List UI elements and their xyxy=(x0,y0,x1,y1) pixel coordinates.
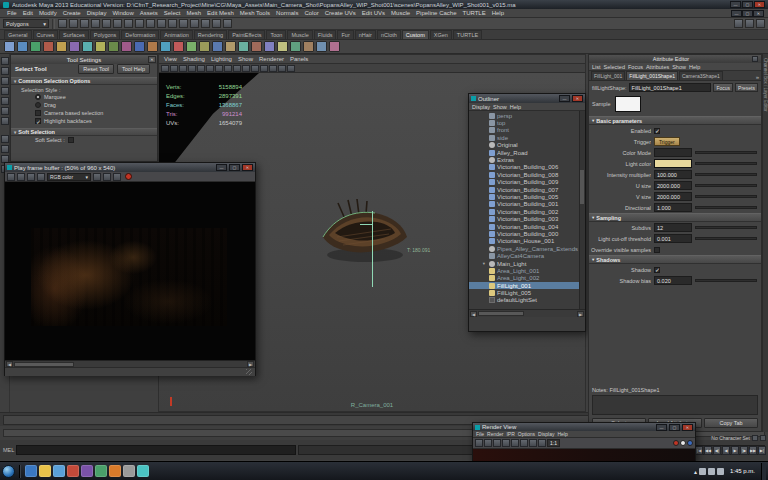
minimize-button[interactable]: — xyxy=(730,1,741,8)
horizontal-scrollbar[interactable]: ◀ ▶ xyxy=(5,360,255,367)
close-icon[interactable]: ✕ xyxy=(148,56,156,63)
attribute-slider[interactable] xyxy=(695,226,757,229)
menu-item[interactable]: Mesh Tools xyxy=(237,10,273,16)
attribute-slider[interactable] xyxy=(695,162,757,165)
sample-swatch[interactable] xyxy=(615,96,641,112)
outliner-item[interactable]: FillLight_005 xyxy=(469,289,585,296)
minimize-button[interactable]: — xyxy=(656,424,667,431)
render-view-menu-item[interactable]: Display xyxy=(538,431,554,437)
step-fwd-frame-icon[interactable]: |▶ xyxy=(740,446,748,455)
show-attribute-editor-icon[interactable] xyxy=(745,19,754,28)
menu-item[interactable]: Muscle xyxy=(388,10,413,16)
attribute-editor-menu-item[interactable]: Selected xyxy=(604,64,625,70)
select-tool-icon[interactable] xyxy=(1,57,9,65)
shelf-icon[interactable] xyxy=(212,41,223,52)
shelf-icon[interactable] xyxy=(82,41,93,52)
step-back-key-icon[interactable]: ◀◀ xyxy=(704,446,712,455)
compare-icon[interactable] xyxy=(103,173,111,181)
shelf-icon[interactable] xyxy=(173,41,184,52)
network-icon[interactable] xyxy=(717,468,724,475)
play-forwards-icon[interactable]: ▶ xyxy=(731,446,739,455)
redo-icon[interactable] xyxy=(102,19,111,28)
child-restore-button[interactable]: ▢ xyxy=(742,10,753,17)
close-button[interactable]: ✕ xyxy=(754,1,765,8)
xray-icon[interactable] xyxy=(197,65,205,72)
attribute-editor-menu-item[interactable]: Show xyxy=(672,64,686,70)
shelf-icon[interactable] xyxy=(69,41,80,52)
shelf-icon[interactable] xyxy=(199,41,210,52)
alpha-channel-icon[interactable] xyxy=(538,439,546,447)
taskbar-app-icon[interactable] xyxy=(137,465,149,477)
taskbar-app-icon[interactable] xyxy=(39,465,51,477)
anim-prefs-icon[interactable] xyxy=(760,435,766,441)
shelf-icon[interactable] xyxy=(186,41,197,52)
attribute-value-field[interactable]: 12 xyxy=(654,223,692,232)
outliner-item[interactable]: Original xyxy=(469,142,585,149)
copy-tab-button[interactable]: Copy Tab xyxy=(704,418,758,428)
section-soft-selection[interactable]: Soft Selection xyxy=(11,128,157,136)
attribute-slider[interactable] xyxy=(695,206,757,209)
render-view-menu-item[interactable]: Render xyxy=(487,431,503,437)
channel-dot-icon[interactable] xyxy=(673,440,679,446)
clock[interactable]: 1:45 p.m. xyxy=(726,468,759,474)
shelf-icon[interactable] xyxy=(56,41,67,52)
snap-grid-icon[interactable] xyxy=(146,19,155,28)
show-tool-settings-icon[interactable] xyxy=(756,19,765,28)
outliner-menu-item[interactable]: Help xyxy=(510,104,521,110)
maximize-button[interactable]: ▢ xyxy=(229,164,240,171)
scale-tool-icon[interactable] xyxy=(1,107,9,115)
scrollbar-thumb[interactable] xyxy=(580,170,584,204)
shelf-icon[interactable] xyxy=(316,41,327,52)
record-icon[interactable] xyxy=(125,173,132,180)
snap-point-icon[interactable] xyxy=(168,19,177,28)
outliner-item[interactable]: Pipes_Alley_Camera_Extends xyxy=(469,245,585,252)
lasso-tool-icon[interactable] xyxy=(1,67,9,75)
play-frame-buffer-window[interactable]: Play frame buffer : (50% of 960 x 540) —… xyxy=(4,162,256,376)
shelf-icon[interactable] xyxy=(329,41,340,52)
attribute-editor-menu-item[interactable]: Focus xyxy=(628,64,643,70)
menu-item[interactable]: Window xyxy=(109,10,136,16)
menu-item[interactable]: Mesh xyxy=(183,10,204,16)
attribute-button[interactable]: Trigger xyxy=(654,137,680,146)
option-control[interactable] xyxy=(35,102,41,108)
outliner-item[interactable]: side xyxy=(469,134,585,141)
character-set-indicator[interactable]: No Character Set xyxy=(694,432,768,444)
panel-menu-item[interactable]: Lighting xyxy=(209,56,234,62)
attribute-value-field[interactable]: 0.020 xyxy=(654,276,692,285)
taskbar-app-icon[interactable] xyxy=(25,465,37,477)
channel-box-tab-label[interactable]: Channel Box / Layer Editor xyxy=(763,58,768,432)
panel-menu-item[interactable]: View xyxy=(162,56,179,62)
taskbar-app-icon[interactable] xyxy=(67,465,79,477)
shelf-icon[interactable] xyxy=(30,41,41,52)
undo-icon[interactable] xyxy=(91,19,100,28)
make-live-icon[interactable] xyxy=(190,19,199,28)
outliner-item[interactable]: front xyxy=(469,127,585,134)
menu-item[interactable]: Display xyxy=(84,10,110,16)
tool-option-row[interactable]: Camera based selection xyxy=(11,109,157,117)
outliner-window[interactable]: Outliner — ✕ DisplayShowHelp persp top f… xyxy=(468,93,586,332)
menu-item[interactable]: TURTLE xyxy=(459,10,488,16)
attribute-slider[interactable] xyxy=(695,279,757,282)
panel-menu-item[interactable]: Show xyxy=(236,56,255,62)
attribute-value-field[interactable]: 1.000 xyxy=(654,203,692,212)
safe-action-icon[interactable] xyxy=(260,65,268,72)
menu-item[interactable]: Color xyxy=(301,10,321,16)
attribute-editor-tab[interactable]: FillLight_001Shape1 xyxy=(626,71,678,80)
shelf-tab[interactable]: Surfaces xyxy=(59,30,89,39)
step-back-frame-icon[interactable]: ◀| xyxy=(713,446,721,455)
outliner-item[interactable]: persp xyxy=(469,112,585,119)
attribute-editor-tab[interactable]: FillLight_001 xyxy=(591,71,625,80)
outliner-list[interactable]: persp top front side Original xyxy=(469,111,585,309)
play-buffer-canvas[interactable] xyxy=(5,182,255,360)
scroll-left-arrow[interactable]: ◀ xyxy=(470,311,477,317)
menu-item[interactable]: Assets xyxy=(137,10,161,16)
attribute-checkbox[interactable] xyxy=(654,128,660,134)
redo-render-icon[interactable] xyxy=(475,439,483,447)
scrollbar-thumb[interactable] xyxy=(14,362,74,367)
render-view-canvas[interactable] xyxy=(473,449,695,461)
pause-ipr-icon[interactable] xyxy=(511,439,519,447)
close-button[interactable]: ✕ xyxy=(572,95,583,102)
attribute-slider[interactable] xyxy=(695,184,757,187)
soft-select-checkbox[interactable] xyxy=(68,137,74,143)
shelf-tab[interactable]: General xyxy=(4,30,32,39)
